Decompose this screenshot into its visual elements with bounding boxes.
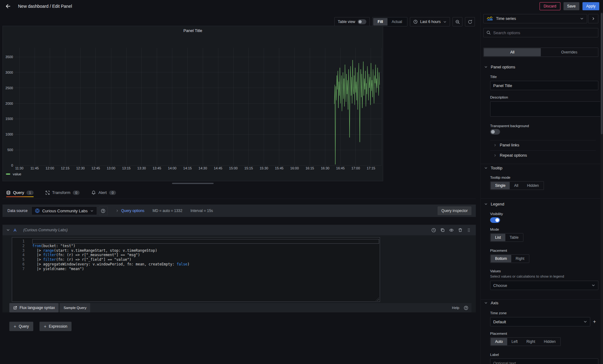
chevron-down-icon[interactable] [6,228,10,232]
drag-query-handle[interactable] [467,228,471,232]
zoom-out-button[interactable] [452,17,462,26]
datasource-picker[interactable]: Curious Community Labs [31,206,97,215]
query-inspector-button[interactable]: Query inspector [438,206,471,215]
sidebar-scrollbar-thumb[interactable] [601,13,603,134]
filter-all-tab[interactable]: All [484,48,541,56]
tooltip-mode-hidden[interactable]: Hidden [523,182,543,189]
y-axis-tick-label: 1000 [6,132,13,136]
title-field-wrap [490,81,598,90]
x-axis-tick-label: 16:30 [321,166,330,170]
save-button[interactable]: Save [564,2,579,10]
code-line[interactable]: 5 |> filter(fn: (r) => r["_field"] == "v… [12,257,380,262]
code-line[interactable]: 3 |> range(start: v.timeRangeStart, stop… [12,248,380,253]
refresh-button[interactable] [465,17,475,26]
fill-actual-group: Fill Actual [372,17,407,26]
panel-links-section[interactable]: Panel links [494,143,519,147]
discard-button[interactable]: Discard [540,2,560,10]
back-button[interactable] [4,2,12,11]
add-expression-button[interactable]: + Expression [39,322,72,331]
chevron-down-icon [484,65,488,69]
code-line[interactable]: 6 |> aggregateWindow(every: v.windowPeri… [12,262,380,267]
series-line-value [334,60,380,164]
add-query-button[interactable]: + Query [9,322,33,331]
code-line[interactable]: 4 |> filter(fn: (r) => r["_measurement"]… [12,253,380,257]
title-field-label: Title [490,75,497,79]
actual-option[interactable]: Actual [387,18,406,25]
legend-visibility-toggle[interactable] [490,217,500,223]
x-axis-tick-label: 16:15 [305,166,314,170]
tooltip-mode-all[interactable]: All [510,182,522,189]
datasource-help-button[interactable] [99,206,108,215]
timezone-select[interactable]: Default [490,317,590,326]
visualization-picker[interactable]: Time series [483,14,587,23]
editor-resize-corner[interactable] [376,297,379,301]
time-range-label: Last 6 hours [420,20,441,24]
disable-query-button[interactable] [449,228,454,233]
chart-legend[interactable]: value [6,172,21,176]
tooltip-section-header[interactable]: Tooltip [484,166,503,170]
legend-placement-bottom[interactable]: Bottom [491,255,511,262]
code-line[interactable]: 2from(bucket: "test") [12,244,380,248]
query-row-header[interactable]: A (Curious Community Labs) [2,225,476,235]
panel-title-input[interactable] [490,81,598,90]
filter-overrides-tab[interactable]: Overrides [541,48,598,56]
collapse-options-button[interactable] [588,14,598,23]
legend-placement-right[interactable]: Right [511,255,529,262]
tab-query[interactable]: Query 1 [6,187,34,199]
panel-toolbar: Table view Fill Actual Last 6 hours [334,17,475,26]
axis-placement-auto[interactable]: Auto [491,338,507,345]
help-control[interactable]: Help [452,306,471,310]
repeat-options-section[interactable]: Repeat options [494,153,527,158]
query-options-toggle[interactable]: Query options [116,209,145,213]
query-editor-card: A (Curious Community Labs) [2,225,476,312]
panel-resize-handle[interactable] [172,183,214,184]
tab-transform-label: Transform [52,190,71,195]
axis-label-input[interactable] [490,358,598,364]
legend-mode-list[interactable]: List [491,234,505,241]
remove-query-button[interactable] [458,228,462,232]
flux-code-editor[interactable]: 12from(bucket: "test")3 |> range(start: … [12,237,380,302]
axis-placement-group: Auto Left Right Hidden [490,337,561,346]
options-search[interactable] [483,28,598,37]
clock-history-icon [431,228,436,233]
chevron-down-icon [580,17,584,21]
table-view-control[interactable]: Table view [334,17,370,26]
options-search-input[interactable] [493,30,595,35]
line-number: 2 [12,244,25,248]
eye-icon [449,228,454,233]
flux-syntax-button[interactable]: Flux language syntax [9,303,58,312]
sidebar-scrollbar[interactable] [601,12,603,364]
axis-placement-label: Placement [490,332,507,335]
query-datasource-subtitle: (Curious Community Labs) [23,228,68,232]
legend-mode-table[interactable]: Table [505,234,523,241]
fill-option[interactable]: Fill [373,18,387,25]
time-range-picker[interactable]: Last 6 hours [410,17,450,26]
code-line[interactable]: 1 [12,239,380,244]
add-timezone-button[interactable]: + [593,319,596,325]
axis-section-header[interactable]: Axis [484,301,499,305]
sample-query-button[interactable]: Sample Query [60,303,90,312]
time-series-chart[interactable]: 050010001500200025003000350011:3011:4512… [3,35,383,172]
tab-transform[interactable]: Transform 0 [45,187,80,199]
transparent-bg-toggle[interactable] [490,129,500,135]
code-line[interactable]: 7 |> yield(name: "mean") [12,267,380,271]
panel-options-section-header[interactable]: Panel options [484,65,515,69]
tooltip-mode-single[interactable]: Single [491,182,510,189]
apply-button[interactable]: Apply [582,2,599,10]
legend-values-placeholder: Choose [493,283,507,288]
grip-dots-icon [467,228,471,232]
axis-placement-left[interactable]: Left [507,338,522,345]
x-axis-tick-label: 13:45 [153,166,161,170]
panel-description-textarea[interactable] [490,101,600,117]
legend-section-header[interactable]: Legend [484,202,504,206]
tab-alert[interactable]: Alert 0 [91,187,116,199]
query-history-button[interactable] [431,228,436,233]
axis-placement-hidden[interactable]: Hidden [540,338,560,345]
axis-placement-right[interactable]: Right [522,338,540,345]
legend-values-description: Select values or calculations to show in… [490,274,564,278]
panel-title[interactable]: Panel Title [3,26,383,35]
legend-values-select[interactable]: Choose [490,281,598,290]
copy-icon [440,228,445,232]
table-view-toggle[interactable] [358,19,366,24]
duplicate-query-button[interactable] [440,228,445,232]
